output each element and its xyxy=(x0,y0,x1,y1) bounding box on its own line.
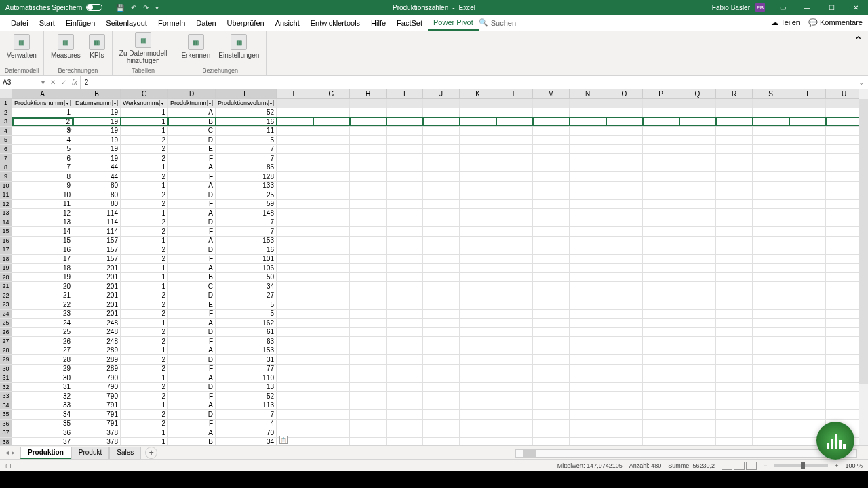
cell[interactable] xyxy=(423,319,460,327)
cell[interactable] xyxy=(643,172,679,181)
cell[interactable] xyxy=(570,227,606,236)
cell[interactable]: E xyxy=(168,300,216,309)
cell[interactable]: 148 xyxy=(216,209,277,218)
cell[interactable] xyxy=(826,300,863,309)
cell[interactable] xyxy=(753,346,789,355)
cell[interactable] xyxy=(423,200,460,209)
cell[interactable] xyxy=(313,291,350,300)
cell[interactable] xyxy=(460,420,496,428)
cell[interactable]: 25 xyxy=(216,190,277,199)
cell[interactable] xyxy=(716,420,753,428)
cell[interactable] xyxy=(826,99,863,108)
cell[interactable] xyxy=(533,319,570,327)
cell[interactable] xyxy=(606,319,643,327)
cell[interactable] xyxy=(423,163,460,172)
cell[interactable] xyxy=(826,117,863,126)
cell[interactable] xyxy=(679,401,716,410)
cell[interactable] xyxy=(533,218,570,227)
cell[interactable] xyxy=(533,108,570,117)
cell[interactable] xyxy=(570,117,606,126)
cell[interactable]: 2 xyxy=(121,218,168,227)
column-header[interactable]: D xyxy=(168,89,216,98)
column-header[interactable]: G xyxy=(313,89,350,98)
ribbon-button[interactable]: ▦Einstellungen xyxy=(216,33,262,60)
cell[interactable] xyxy=(387,373,423,382)
cell[interactable] xyxy=(606,438,643,446)
cell[interactable]: 85 xyxy=(216,163,277,172)
cell[interactable] xyxy=(826,209,863,218)
cell[interactable]: 11 xyxy=(216,127,277,136)
cell[interactable]: 20 xyxy=(12,282,73,291)
column-header[interactable]: I xyxy=(387,89,423,98)
cell[interactable]: 378 xyxy=(73,428,121,437)
cell[interactable] xyxy=(606,392,643,401)
cell[interactable] xyxy=(570,291,606,300)
cell[interactable]: 17 xyxy=(12,255,73,264)
cell[interactable] xyxy=(570,310,606,319)
cell[interactable] xyxy=(350,355,387,364)
cell[interactable]: 5 xyxy=(216,300,277,309)
cell[interactable] xyxy=(826,218,863,227)
cell[interactable] xyxy=(753,182,789,190)
cell[interactable]: 7 xyxy=(12,163,73,172)
cell[interactable] xyxy=(716,145,753,154)
add-sheet-button[interactable]: + xyxy=(145,447,157,459)
cell[interactable]: 1 xyxy=(121,127,168,136)
cell[interactable] xyxy=(496,200,533,209)
cell[interactable] xyxy=(826,383,863,392)
cell[interactable]: 29 xyxy=(12,365,73,373)
cell[interactable] xyxy=(606,127,643,136)
cell[interactable] xyxy=(789,373,826,382)
cell[interactable]: C xyxy=(168,282,216,291)
cell[interactable] xyxy=(606,190,643,199)
cell[interactable] xyxy=(313,401,350,410)
cell[interactable]: 80 xyxy=(73,182,121,190)
cell[interactable] xyxy=(313,383,350,392)
cell[interactable]: 1 xyxy=(121,163,168,172)
column-header[interactable]: P xyxy=(643,89,679,98)
cell[interactable] xyxy=(789,319,826,327)
cell[interactable] xyxy=(679,136,716,144)
column-header[interactable]: J xyxy=(423,89,460,98)
cell[interactable] xyxy=(789,136,826,144)
cell[interactable]: 7 xyxy=(216,410,277,419)
cell[interactable] xyxy=(277,108,313,117)
cell[interactable] xyxy=(826,291,863,300)
cell[interactable]: 1 xyxy=(121,401,168,410)
cell[interactable] xyxy=(496,108,533,117)
cell[interactable]: 2 xyxy=(121,255,168,264)
cell[interactable] xyxy=(423,291,460,300)
cell[interactable] xyxy=(496,182,533,190)
cell[interactable]: 5 xyxy=(216,136,277,144)
cell[interactable] xyxy=(460,365,496,373)
cell[interactable] xyxy=(533,300,570,309)
cell[interactable]: 2 xyxy=(121,310,168,319)
column-header[interactable]: T xyxy=(789,89,826,98)
cell[interactable] xyxy=(533,365,570,373)
cell[interactable] xyxy=(533,237,570,245)
cell[interactable] xyxy=(423,99,460,108)
cell[interactable] xyxy=(679,117,716,126)
cell[interactable] xyxy=(570,237,606,245)
cell[interactable] xyxy=(277,383,313,392)
cell[interactable]: 7 xyxy=(216,154,277,163)
cell[interactable] xyxy=(423,237,460,245)
cell[interactable] xyxy=(570,373,606,382)
cell[interactable] xyxy=(753,337,789,346)
cell[interactable] xyxy=(460,127,496,136)
cell[interactable] xyxy=(606,108,643,117)
cell[interactable] xyxy=(643,392,679,401)
cell[interactable] xyxy=(716,300,753,309)
cell[interactable] xyxy=(350,172,387,181)
cell[interactable] xyxy=(643,117,679,126)
cell[interactable]: 8 xyxy=(12,172,73,181)
cell[interactable] xyxy=(716,365,753,373)
cell[interactable] xyxy=(533,355,570,364)
cell[interactable]: F xyxy=(168,310,216,319)
cell[interactable] xyxy=(387,227,423,236)
cell[interactable] xyxy=(350,273,387,282)
cell[interactable] xyxy=(350,145,387,154)
cell[interactable] xyxy=(716,218,753,227)
cell[interactable]: 19 xyxy=(73,108,121,117)
cell[interactable] xyxy=(643,319,679,327)
